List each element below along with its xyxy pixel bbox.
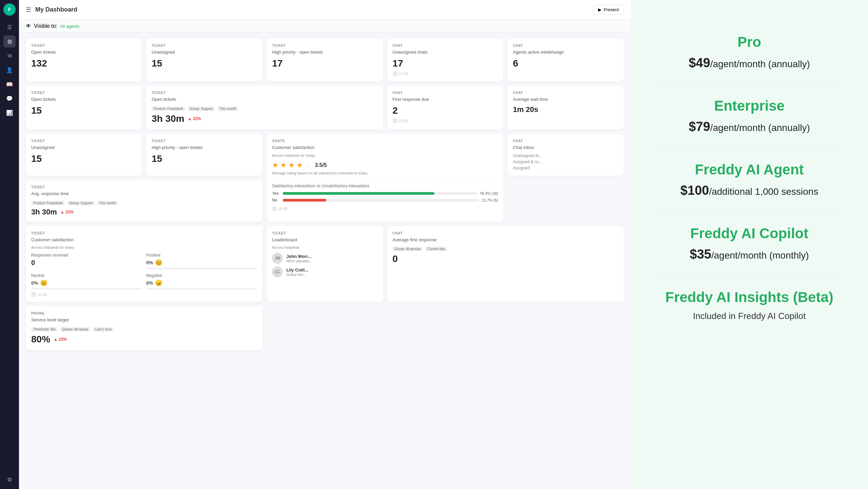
agent-name: John Morr... xyxy=(286,254,312,259)
timestamp-value: 10.30 xyxy=(278,207,288,211)
card-value: 2 xyxy=(393,105,498,116)
sidebar-item-dashboard[interactable]: ⊞ xyxy=(3,35,16,48)
card-label: High priority - open tickets xyxy=(272,50,377,55)
card-avg-wait: CHAT Average wait time 1m 20s xyxy=(508,86,624,130)
card-label: Leaderboard xyxy=(272,237,377,243)
star-1: ★ xyxy=(272,161,279,170)
card-value: 17 xyxy=(393,58,498,69)
card-type: TICKET xyxy=(152,139,257,143)
card-value: 3h 30m xyxy=(31,208,57,217)
responses-received: Responses received 0 xyxy=(31,253,142,269)
agent-desc: Most valuable... xyxy=(286,259,312,263)
clock-icon: 🕐 xyxy=(393,72,397,76)
leaderboard-item-1: JM John Morr... Most valuable... xyxy=(272,253,377,264)
card-label: Chat inbox xyxy=(513,145,618,151)
neutral-metric: Neutral 0% 😐 xyxy=(31,273,142,289)
no-bar-fill xyxy=(283,199,326,202)
card-label: Agents active intelliAssign xyxy=(513,50,618,55)
clock-icon: 🕐 xyxy=(272,207,277,211)
card-label: High priority - open tickets xyxy=(152,145,257,151)
card-type: CHAT xyxy=(513,91,618,95)
card-value: 15 xyxy=(152,153,257,164)
card-unassigned-tickets: TICKET Unassigned 15 xyxy=(146,38,262,81)
sat-label-title: Satisfactory interactions vs Unsatisfact… xyxy=(272,184,498,188)
tier-price-enterprise: $79/agent/month (annually) xyxy=(658,119,841,134)
present-button[interactable]: ▶ Present xyxy=(593,5,624,15)
avatar-lily: LC xyxy=(272,266,283,277)
card-type: TICKET xyxy=(272,231,377,235)
tier-name-enterprise: Enterprise xyxy=(658,98,841,114)
csat-responses: Responses received 0 Positive 0% 😊 Neutr… xyxy=(31,253,257,289)
rating-desc: Average rating based on all satisfactory… xyxy=(272,171,498,175)
card-label: Open tickets xyxy=(31,50,137,55)
sidebar-item-tickets[interactable]: ✉ xyxy=(3,50,16,62)
card-chat-unassigned: CHAT Unassigned chats 17 🕐 10.30 xyxy=(387,38,504,81)
cards-grid: TICKET Open tickets 132 TICKET Unassigne… xyxy=(26,38,624,350)
avatar-john: JM xyxy=(272,253,283,264)
tag-support: Group: Support xyxy=(67,201,94,205)
chat-inbox-item-2: Assigned & no... xyxy=(513,159,618,164)
card-agents-active: CHAT Agents active intelliAssign 6 xyxy=(508,38,624,81)
card-label: Average wait time xyxy=(513,97,618,102)
sidebar-item-reports[interactable]: 📊 xyxy=(3,107,16,119)
sub-header: 👁 Visible to: All agents xyxy=(19,20,631,33)
no-pct: 21.7% (5) xyxy=(482,198,498,202)
timestamp-value: 10.30 xyxy=(399,72,408,76)
clock-icon: 🕐 xyxy=(31,292,36,297)
card-type: TICKET xyxy=(31,185,257,189)
card-label: Average first response xyxy=(393,237,618,243)
tag-queue: Queue: All queue xyxy=(60,327,91,332)
tag-support: Group: Support xyxy=(188,107,215,111)
card-leaderboard: TICKET Leaderboard Across helpdesk JM Jo… xyxy=(267,226,383,302)
card-type: TICKET xyxy=(152,91,377,95)
card-type: CHAT xyxy=(393,231,618,235)
card-type: TICKET xyxy=(31,139,137,143)
card-type: TICKET xyxy=(31,231,257,235)
tier-name-freddy-agent: Freddy AI Agent xyxy=(658,162,841,178)
card-avg-response: TICKET Avg. response time Product: Fresh… xyxy=(26,180,262,222)
yes-pct: 78.3% (18) xyxy=(480,191,498,195)
visibility-value: All agents xyxy=(60,24,79,29)
tier-desc-freddy-insights: Included in Freddy AI Copilot xyxy=(658,311,841,321)
card-type: TICKET xyxy=(272,44,377,48)
card-type: PHONE xyxy=(31,312,257,315)
card-first-response-due: CHAT First response due 2 🕐 10.30 xyxy=(387,86,504,130)
tier-freddy-agent: Freddy AI Agent $100/additional 1,000 se… xyxy=(658,148,841,212)
card-value: 3h 30m xyxy=(152,113,184,124)
tier-price-freddy-copilot: $35/agent/month (monthly) xyxy=(658,247,841,262)
tag-threshold: Threshold: 30s xyxy=(31,327,58,332)
header: ☰ My Dashboard ▶ Present xyxy=(19,0,631,20)
present-icon: ▶ xyxy=(598,7,601,12)
sidebar-item-menu[interactable]: ☰ xyxy=(3,21,16,33)
sidebar-item-chat[interactable]: 💬 xyxy=(3,92,16,105)
timestamp-value: 10.30 xyxy=(399,119,408,123)
tier-price-pro: $49/agent/month (annually) xyxy=(658,56,841,70)
tier-name-freddy-insights: Freddy AI Insights (Beta) xyxy=(658,289,841,305)
tag-freshdesk: Product: Freshdesk xyxy=(31,201,65,205)
sidebar-item-settings[interactable]: ⚙ xyxy=(3,473,16,486)
sidebar-item-contacts[interactable]: 👤 xyxy=(3,64,16,76)
tag-month: This month xyxy=(97,201,118,205)
card-type: CHAT xyxy=(393,91,498,95)
sidebar: F ☰ ⊞ ✉ 👤 📖 💬 📊 ⚙ xyxy=(0,0,19,489)
card-chat-inbox: CHAT Chat inbox Unassigned fo... Assigne… xyxy=(508,134,624,176)
trend-indicator: ▲ 22% xyxy=(54,337,67,342)
hamburger-icon[interactable]: ☰ xyxy=(26,6,31,14)
visibility-label: Visible to: xyxy=(34,23,57,29)
stars-row: ★ ★ ★ ★ ☆ 3.5/5 xyxy=(272,161,498,170)
sidebar-item-knowledge[interactable]: 📖 xyxy=(3,78,16,90)
leaderboard-item-2: LC Lily Colli... Sharp sho... xyxy=(272,266,377,277)
card-phone: PHONE Service level target Threshold: 30… xyxy=(26,306,262,350)
agent-name: Lily Colli... xyxy=(286,267,308,272)
yes-bar-bg xyxy=(283,192,477,195)
card-type: TICKET xyxy=(31,91,137,95)
main-content: ☰ My Dashboard ▶ Present 👁 Visible to: A… xyxy=(19,0,631,489)
agent-desc: Sharp sho... xyxy=(286,272,308,277)
card-label: First response due xyxy=(393,97,498,102)
card-type: CHAT xyxy=(513,44,618,48)
card-label: Unassigned xyxy=(31,145,137,151)
eye-icon: 👁 xyxy=(26,23,31,29)
tier-pro: Pro $49/agent/month (annually) xyxy=(658,20,841,84)
tier-name-freddy-copilot: Freddy AI Copilot xyxy=(658,225,841,242)
tag-groups: Group: All groups xyxy=(393,247,423,251)
